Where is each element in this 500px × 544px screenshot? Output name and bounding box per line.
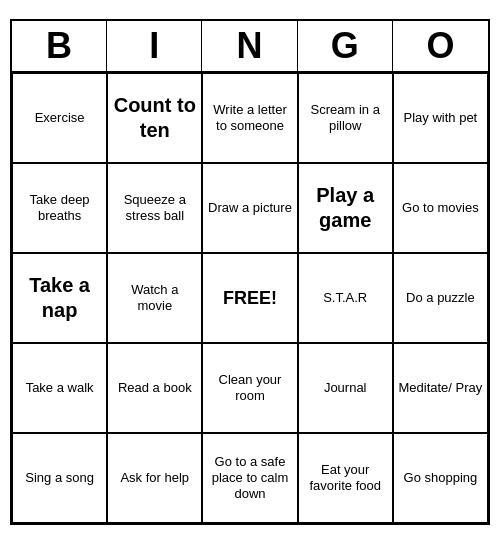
header-letter: N xyxy=(202,21,297,71)
bingo-card: BINGO ExerciseCount to tenWrite a letter… xyxy=(10,19,490,525)
bingo-cell: Count to ten xyxy=(107,73,202,163)
bingo-cell: Go to movies xyxy=(393,163,488,253)
bingo-cell: Eat your favorite food xyxy=(298,433,393,523)
bingo-cell: S.T.A.R xyxy=(298,253,393,343)
header-letter: G xyxy=(298,21,393,71)
bingo-cell: Do a puzzle xyxy=(393,253,488,343)
bingo-cell: Meditate/ Pray xyxy=(393,343,488,433)
header-letter: B xyxy=(12,21,107,71)
bingo-cell: Exercise xyxy=(12,73,107,163)
bingo-cell: Ask for help xyxy=(107,433,202,523)
bingo-cell: Play a game xyxy=(298,163,393,253)
header-letter: O xyxy=(393,21,488,71)
bingo-cell: Take deep breaths xyxy=(12,163,107,253)
bingo-cell: Journal xyxy=(298,343,393,433)
bingo-cell: Squeeze a stress ball xyxy=(107,163,202,253)
bingo-cell: Go to a safe place to calm down xyxy=(202,433,297,523)
bingo-cell: FREE! xyxy=(202,253,297,343)
bingo-cell: Play with pet xyxy=(393,73,488,163)
bingo-cell: Write a letter to someone xyxy=(202,73,297,163)
bingo-header: BINGO xyxy=(12,21,488,73)
bingo-cell: Go shopping xyxy=(393,433,488,523)
bingo-cell: Sing a song xyxy=(12,433,107,523)
bingo-cell: Read a book xyxy=(107,343,202,433)
bingo-cell: Draw a picture xyxy=(202,163,297,253)
bingo-cell: Watch a movie xyxy=(107,253,202,343)
header-letter: I xyxy=(107,21,202,71)
bingo-cell: Scream in a pillow xyxy=(298,73,393,163)
bingo-grid: ExerciseCount to tenWrite a letter to so… xyxy=(12,73,488,523)
bingo-cell: Clean your room xyxy=(202,343,297,433)
bingo-cell: Take a nap xyxy=(12,253,107,343)
bingo-cell: Take a walk xyxy=(12,343,107,433)
